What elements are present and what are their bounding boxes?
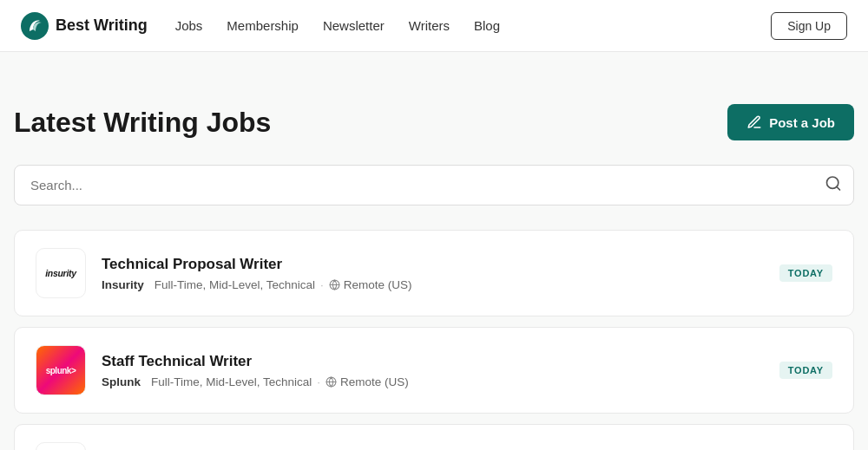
svg-line-2 [837, 186, 840, 190]
job-title: Staff Technical Writer [102, 353, 764, 370]
job-title: Technical Proposal Writer [102, 256, 764, 273]
job-tags: Full-Time, Mid-Level, Technical [155, 278, 315, 291]
nav-link-jobs[interactable]: Jobs [175, 18, 203, 33]
signup-button[interactable]: Sign Up [771, 12, 847, 40]
job-info: Staff Technical Writer Splunk Full-Time,… [102, 353, 764, 388]
search-button[interactable] [825, 174, 842, 196]
logo-icon [21, 12, 49, 40]
job-company: Insurity [102, 278, 144, 291]
logo-text: Best Writing [56, 16, 148, 35]
table-row[interactable]: b bleem Script Writer Bloom Full-Time, M… [14, 424, 854, 450]
search-icon [825, 174, 842, 192]
navbar: Best Writing Jobs Membership Newsletter … [0, 0, 868, 52]
nav-link-membership[interactable]: Membership [227, 18, 299, 33]
job-meta: Splunk Full-Time, Mid-Level, Technical ·… [102, 375, 764, 388]
company-logo-insurity: insurity [36, 248, 86, 298]
job-location: Remote (US) [329, 278, 412, 291]
company-logo-bloom: b bleem [36, 442, 86, 450]
table-row[interactable]: splunk> Staff Technical Writer Splunk Fu… [14, 327, 854, 414]
nav-link-newsletter[interactable]: Newsletter [323, 18, 385, 33]
company-logo-splunk: splunk> [36, 345, 86, 395]
nav-link-writers[interactable]: Writers [409, 18, 450, 33]
main-content: Latest Writing Jobs Post a Job insurity [0, 52, 868, 450]
search-input[interactable] [14, 165, 854, 205]
job-meta: Insurity Full-Time, Mid-Level, Technical… [102, 278, 764, 291]
job-company: Splunk [102, 375, 141, 388]
page-header: Latest Writing Jobs Post a Job [14, 104, 854, 140]
post-job-label: Post a Job [769, 115, 835, 130]
table-row[interactable]: insurity Technical Proposal Writer Insur… [14, 230, 854, 316]
job-badge: TODAY [779, 264, 832, 282]
location-icon [326, 376, 337, 388]
job-info: Technical Proposal Writer Insurity Full-… [102, 256, 764, 291]
post-job-icon [746, 114, 762, 130]
job-list: insurity Technical Proposal Writer Insur… [14, 230, 854, 450]
search-container [14, 165, 854, 205]
nav-link-blog[interactable]: Blog [474, 18, 500, 33]
job-tags: Full-Time, Mid-Level, Technical [151, 375, 312, 388]
location-icon [329, 279, 340, 290]
job-badge: TODAY [779, 362, 832, 379]
nav-links: Jobs Membership Newsletter Writers Blog [175, 18, 772, 33]
page-title: Latest Writing Jobs [14, 107, 271, 139]
site-logo[interactable]: Best Writing [21, 12, 148, 40]
job-location: Remote (US) [326, 375, 409, 388]
post-job-button[interactable]: Post a Job [727, 104, 854, 140]
